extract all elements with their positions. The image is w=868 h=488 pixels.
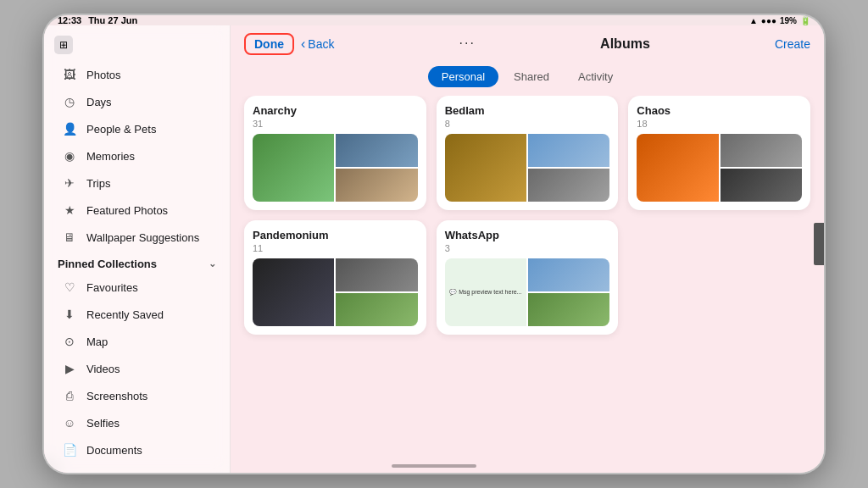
tab-shared[interactable]: Shared xyxy=(500,66,563,87)
sidebar-recently-edited-label: Recently Edited xyxy=(86,471,164,474)
toolbar-dots: ··· xyxy=(459,36,476,50)
sidebar-item-days[interactable]: ◷ Days xyxy=(47,88,226,115)
album-count: 11 xyxy=(253,243,418,253)
videos-icon: ▶ xyxy=(61,360,78,377)
album-title: Chaos xyxy=(637,104,802,117)
sidebar-item-recently-edited[interactable]: ✎ Recently Edited xyxy=(47,463,226,473)
sidebar-item-recently-saved[interactable]: ⬇ Recently Saved xyxy=(47,301,226,328)
people-icon: 👤 xyxy=(61,120,78,137)
photos-icon: 🖼 xyxy=(61,66,78,83)
sidebar-item-trips[interactable]: ✈ Trips xyxy=(47,169,226,197)
sidebar-item-photos[interactable]: 🖼 Photos xyxy=(47,61,226,88)
sidebar-item-favourites[interactable]: ♡ Favourites xyxy=(47,274,226,301)
toolbar-left: Done ‹ Back xyxy=(244,33,334,55)
status-bar: 12:33 Thu 27 Jun ▲ ●●● 19% 🔋 xyxy=(44,15,824,25)
sidebar-memories-label: Memories xyxy=(86,150,135,163)
battery-level: 19% xyxy=(780,16,797,25)
battery-icon: 🔋 xyxy=(800,16,810,25)
sidebar-videos-label: Videos xyxy=(86,363,120,375)
signal-icon: ●●● xyxy=(761,16,776,25)
sidebar-selfies-label: Selfies xyxy=(86,417,120,430)
segment-control: Personal Shared Activity xyxy=(231,63,824,96)
selfies-icon: ☺ xyxy=(61,414,78,431)
sidebar-item-videos[interactable]: ▶ Videos xyxy=(47,355,226,382)
done-button[interactable]: Done xyxy=(244,33,294,55)
sidebar-people-label: People & Pets xyxy=(86,123,156,136)
status-time: 12:33 xyxy=(58,15,81,25)
featured-icon: ★ xyxy=(61,202,78,219)
album-title: WhatsApp xyxy=(445,229,610,241)
album-thumbs: 💬 Msg preview text here... xyxy=(445,258,610,326)
chevron-down-icon: ⌄ xyxy=(209,258,216,269)
sidebar: ⊞ 🖼 Photos ◷ Days 👤 People & Pets ◉ Memo… xyxy=(44,25,231,473)
sidebar-documents-label: Documents xyxy=(86,444,142,457)
thumb xyxy=(253,134,334,202)
sidebar-item-featured[interactable]: ★ Featured Photos xyxy=(47,197,226,224)
back-label: Back xyxy=(308,37,334,51)
thumb xyxy=(336,169,417,202)
dots-menu: ··· xyxy=(459,34,476,54)
album-title: Bedlam xyxy=(445,104,610,117)
usb-cable xyxy=(814,223,824,265)
sidebar-photos-label: Photos xyxy=(86,69,120,81)
sidebar-item-wallpaper[interactable]: 🖥 Wallpaper Suggestions xyxy=(47,224,226,251)
album-count: 18 xyxy=(637,119,802,129)
app-container: ⊞ 🖼 Photos ◷ Days 👤 People & Pets ◉ Memo… xyxy=(44,25,824,473)
thumb xyxy=(336,134,417,167)
sidebar-item-selfies[interactable]: ☺ Selfies xyxy=(47,409,226,436)
trips-icon: ✈ xyxy=(61,175,78,191)
device-frame: 12:33 Thu 27 Jun ▲ ●●● 19% 🔋 ⊞ 🖼 Photos … xyxy=(44,15,824,473)
album-card-whatsapp[interactable]: WhatsApp 3 💬 Msg preview text here... xyxy=(437,220,619,335)
tab-personal[interactable]: Personal xyxy=(428,66,498,87)
wifi-icon: ▲ xyxy=(749,16,758,25)
back-chevron-icon: ‹ xyxy=(301,36,305,52)
create-button[interactable]: Create xyxy=(775,37,810,51)
sidebar-item-people-pets[interactable]: 👤 People & Pets xyxy=(47,115,226,142)
thumb xyxy=(445,134,526,202)
recently-saved-icon: ⬇ xyxy=(61,306,78,323)
toolbar: Done ‹ Back ··· Albums Create xyxy=(231,25,824,63)
album-count: 3 xyxy=(445,243,610,253)
recently-edited-icon: ✎ xyxy=(61,469,78,473)
sidebar-favourites-label: Favourites xyxy=(86,281,138,294)
album-thumbs xyxy=(637,134,802,202)
thumb xyxy=(336,258,417,291)
album-count: 31 xyxy=(253,119,418,129)
album-card-chaos[interactable]: Chaos 18 xyxy=(628,96,810,210)
sidebar-days-label: Days xyxy=(86,96,112,108)
album-thumbs xyxy=(445,134,610,202)
album-title: Pandemonium xyxy=(253,229,418,241)
thumb xyxy=(528,134,609,167)
documents-icon: 📄 xyxy=(61,441,78,458)
sidebar-item-documents[interactable]: 📄 Documents xyxy=(47,436,226,463)
sidebar-wallpaper-label: Wallpaper Suggestions xyxy=(86,231,199,244)
screenshots-icon: ⎙ xyxy=(61,387,78,404)
album-card-anarchy[interactable]: Anarchy 31 xyxy=(244,96,426,210)
album-card-bedlam[interactable]: Bedlam 8 xyxy=(437,96,619,210)
pinned-collections-header[interactable]: Pinned Collections ⌄ xyxy=(44,251,230,274)
sidebar-item-screenshots[interactable]: ⎙ Screenshots xyxy=(47,382,226,409)
thumb xyxy=(528,169,609,202)
album-title: Anarchy xyxy=(253,104,418,117)
sidebar-item-memories[interactable]: ◉ Memories xyxy=(47,142,226,169)
status-date: Thu 27 Jun xyxy=(88,15,137,25)
thumb xyxy=(721,134,802,167)
sidebar-map-label: Map xyxy=(86,336,108,348)
album-card-pandemonium[interactable]: Pandemonium 11 xyxy=(244,220,426,335)
map-icon: ⊙ xyxy=(61,333,78,350)
sidebar-featured-label: Featured Photos xyxy=(86,204,168,217)
tab-activity[interactable]: Activity xyxy=(565,66,626,87)
album-thumbs xyxy=(253,258,418,326)
sidebar-recently-saved-label: Recently Saved xyxy=(86,308,164,321)
thumb xyxy=(637,134,718,202)
thumb xyxy=(528,293,609,326)
home-indicator xyxy=(392,464,476,468)
thumb-message: 💬 Msg preview text here... xyxy=(445,258,526,326)
thumb xyxy=(528,258,609,291)
sidebar-item-map[interactable]: ⊙ Map xyxy=(47,328,226,355)
sidebar-grid-icon[interactable]: ⊞ xyxy=(54,36,73,54)
main-panel: Done ‹ Back ··· Albums Create Personal S… xyxy=(231,25,824,473)
memories-icon: ◉ xyxy=(61,147,78,164)
wallpaper-icon: 🖥 xyxy=(61,229,78,246)
back-button[interactable]: ‹ Back xyxy=(301,36,334,52)
